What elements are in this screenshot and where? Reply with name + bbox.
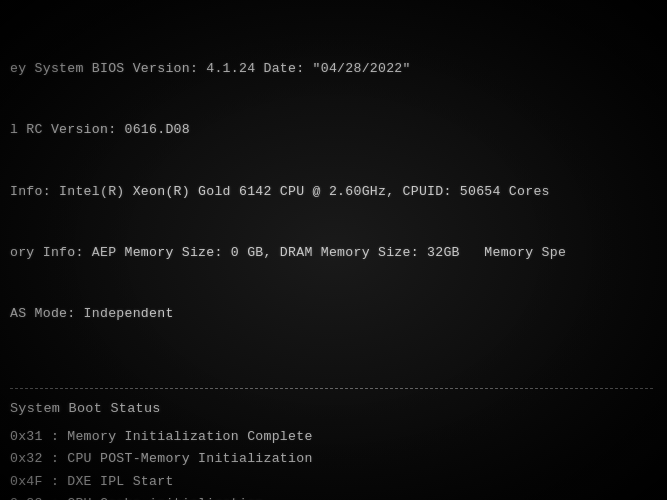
bios-line-5: AS Mode: Independent (10, 304, 653, 324)
bios-line-3: Info: Intel(R) Xeon(R) Gold 6142 CPU @ 2… (10, 182, 653, 202)
bios-info-block: ey System BIOS Version: 4.1.24 Date: "04… (10, 18, 653, 366)
bios-line-4: ory Info: AEP Memory Size: 0 GB, DRAM Me… (10, 243, 653, 263)
boot-status-item: 0x4F : DXE IPL Start (10, 471, 653, 493)
bios-screen: ey System BIOS Version: 4.1.24 Date: "04… (0, 0, 667, 500)
boot-status-item: 0x33 : CPU Cache initialization (10, 493, 653, 500)
boot-status-item: 0x31 : Memory Initialization Complete (10, 426, 653, 448)
boot-status-item: 0x32 : CPU POST-Memory Initialization (10, 448, 653, 470)
section-divider (10, 388, 653, 389)
boot-status-list: 0x31 : Memory Initialization Complete0x3… (10, 426, 653, 500)
boot-status-heading: System Boot Status (10, 401, 653, 416)
bios-line-1: ey System BIOS Version: 4.1.24 Date: "04… (10, 59, 653, 79)
bios-line-2: l RC Version: 0616.D08 (10, 120, 653, 140)
